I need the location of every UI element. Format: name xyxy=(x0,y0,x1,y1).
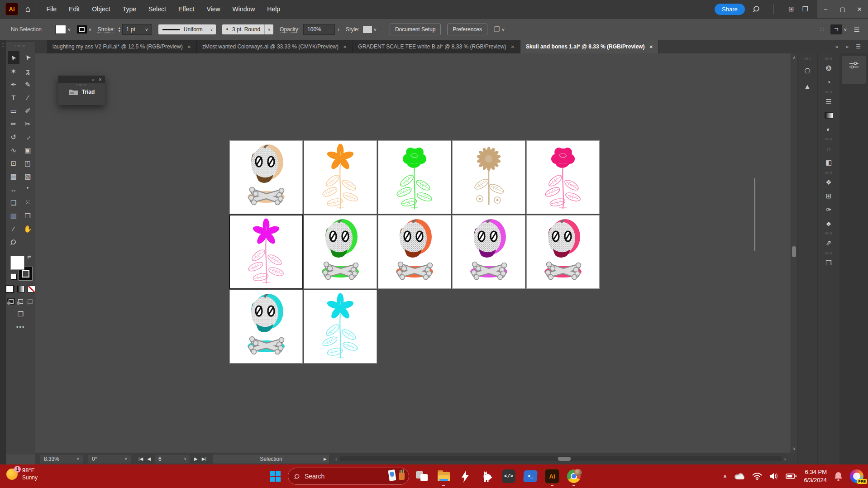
artboard-2[interactable] xyxy=(304,141,377,214)
none-button[interactable] xyxy=(27,285,36,293)
width-tool[interactable]: ∿ xyxy=(6,144,21,157)
brushes-panel-icon[interactable]: ✑ xyxy=(826,203,832,216)
lightning-app-icon[interactable] xyxy=(456,465,474,487)
chevron-down-icon[interactable]: ∨ xyxy=(67,28,71,32)
scroll-up-icon[interactable]: ∧ xyxy=(791,55,797,60)
scroll-down-icon[interactable]: ∨ xyxy=(791,446,797,451)
windows-start-icon[interactable] xyxy=(270,471,281,482)
menu-edit[interactable]: Edit xyxy=(69,5,80,13)
canvas[interactable] xyxy=(35,53,791,453)
type-tool[interactable]: T xyxy=(6,91,21,104)
wifi-icon[interactable] xyxy=(752,472,762,480)
close-icon[interactable]: ✕ xyxy=(511,44,515,49)
next-artboard-button[interactable]: ▶ xyxy=(194,456,198,461)
panel-grip[interactable]: |||||| xyxy=(825,232,833,234)
artboard-8[interactable] xyxy=(378,215,451,288)
color-guide-panel-icon[interactable]: ◔ xyxy=(826,75,830,89)
direct-selection-tool[interactable]: ➤ xyxy=(21,51,35,64)
vertical-scrollbar[interactable]: ∧ ∨ xyxy=(791,53,797,453)
shaper-tool[interactable]: ✏ xyxy=(6,117,21,130)
artboard-3[interactable] xyxy=(378,141,451,214)
chevrons-right-icon[interactable]: » xyxy=(846,43,849,50)
llama-app-icon[interactable] xyxy=(478,465,496,487)
menu-window[interactable]: Window xyxy=(233,5,255,13)
last-artboard-button[interactable]: ▶| xyxy=(202,456,206,461)
artboard-11[interactable] xyxy=(230,290,302,363)
color-button[interactable] xyxy=(5,285,14,293)
opacity-popout-icon[interactable]: › xyxy=(338,26,339,33)
panel-grip[interactable]: |||||| xyxy=(825,171,833,174)
pathfinder-panel-icon[interactable]: ◧ xyxy=(825,156,832,169)
close-icon[interactable]: ✕ xyxy=(343,44,347,49)
scroll-left-icon[interactable]: ‹ xyxy=(335,456,337,462)
symbol-sprayer-tool[interactable]: ⁙ xyxy=(21,196,35,209)
panel-grip[interactable]: |||||||| xyxy=(6,44,35,47)
status-readout[interactable]: Selection ▶ xyxy=(213,454,329,464)
menu-file[interactable]: File xyxy=(46,5,57,13)
app-logo-icon[interactable]: Ai xyxy=(5,3,18,15)
panel-grip[interactable]: |||||| xyxy=(825,91,833,93)
artboard-6[interactable] xyxy=(230,215,302,288)
mesh-tool[interactable]: ▦ xyxy=(6,170,21,183)
artboards-panel-icon[interactable]: ❐ xyxy=(825,256,831,270)
horizontal-scrollbar[interactable]: ‹ › xyxy=(333,456,788,462)
curvature-tool[interactable]: ✎ xyxy=(21,78,35,91)
opacity-field[interactable]: 100% xyxy=(303,24,335,35)
column-graph-tool[interactable]: ▥ xyxy=(6,209,21,222)
grid-icon[interactable]: ∷ xyxy=(820,26,823,33)
chevrons-left-icon[interactable]: « xyxy=(835,43,839,50)
magic-wand-tool[interactable]: ✶ xyxy=(6,65,21,78)
preferences-button[interactable]: Preferences xyxy=(447,24,487,35)
panel-grip[interactable]: |||||| xyxy=(825,252,833,254)
perspective-grid-tool[interactable]: ◳ xyxy=(21,157,35,170)
properties-flyout[interactable] xyxy=(842,56,866,84)
hand-tool[interactable]: ✋ xyxy=(21,222,35,235)
panel-grip[interactable]: |||||| xyxy=(825,138,833,140)
tray-chevron-icon[interactable]: ∧ xyxy=(723,473,727,479)
scissors-tool[interactable]: ✂ xyxy=(21,117,35,130)
document-tab[interactable]: zMost wanted Colorways.ai @ 33.33 % (CMY… xyxy=(197,40,353,53)
artboard-12[interactable] xyxy=(304,290,377,363)
document-setup-button[interactable]: Document Setup xyxy=(390,24,441,35)
arrange-documents-icon[interactable]: ⊞ xyxy=(788,5,794,13)
stroke-weight-field[interactable]: 1 pt∨ xyxy=(122,24,152,35)
opacity-label[interactable]: Opacity: xyxy=(280,26,300,33)
selection-tool[interactable]: ➤ xyxy=(8,51,19,64)
edit-toolbar-icon[interactable]: ••• xyxy=(6,324,35,337)
artboard-4[interactable] xyxy=(453,141,525,214)
previous-artboard-button[interactable]: ◀ xyxy=(147,456,151,461)
default-fill-stroke-icon[interactable] xyxy=(10,273,16,279)
brush-definition-dropdown[interactable]: •3 pt. Round xyxy=(222,24,264,34)
vertical-scroll-thumb[interactable] xyxy=(792,246,796,257)
menu-effect[interactable]: Effect xyxy=(178,5,195,13)
blend-tool[interactable]: ❏ xyxy=(6,196,21,209)
minimize-button[interactable]: – xyxy=(817,0,834,18)
artboard-tool[interactable]: ❒ xyxy=(21,209,35,222)
zoom-level-field[interactable]: 8.33%∨ xyxy=(40,454,83,464)
zoom-tool[interactable]: Ϙ xyxy=(6,235,21,249)
gradient-tool[interactable]: ▧ xyxy=(21,170,35,183)
paintbrush-tool[interactable]: ✐ xyxy=(21,104,35,117)
document-tab[interactable]: GRADENT SCALE TEE white B.ai* @ 8.33 % (… xyxy=(353,40,520,53)
close-icon[interactable]: ✕ xyxy=(187,44,191,49)
symbols-panel-icon[interactable]: ♣ xyxy=(826,216,831,230)
export-panel-icon[interactable]: ⇗ xyxy=(826,236,832,250)
document-tab[interactable]: Skull and bones 1.ai* @ 8.33 % (RGB/Prev… xyxy=(520,40,659,53)
draw-normal-mode[interactable] xyxy=(7,298,15,305)
panel-grip[interactable]: |||||||| xyxy=(76,83,86,86)
collapse-panel-icon[interactable]: » xyxy=(92,77,94,82)
measure-tool[interactable]: ↔ xyxy=(6,183,21,196)
first-artboard-button[interactable]: |◀ xyxy=(138,456,143,461)
task-view-icon[interactable] xyxy=(413,465,431,487)
scroll-right-icon[interactable]: › xyxy=(784,456,786,462)
menu-type[interactable]: Type xyxy=(123,5,136,13)
draw-inside-mode[interactable] xyxy=(26,298,34,305)
screen-mode-icon[interactable]: ❐ xyxy=(6,310,35,318)
swatches-panel-icon[interactable]: ⊞ xyxy=(826,189,832,203)
status-popup-icon[interactable]: ▶ xyxy=(324,457,327,461)
snapping-options[interactable]: ⊐ ∨ xyxy=(830,24,847,34)
fill-proxy[interactable] xyxy=(10,256,24,270)
chevron-down-icon[interactable]: ∨ xyxy=(501,28,505,32)
view-options-icon[interactable]: ❐ xyxy=(494,25,500,33)
file-explorer-icon[interactable] xyxy=(434,465,453,487)
